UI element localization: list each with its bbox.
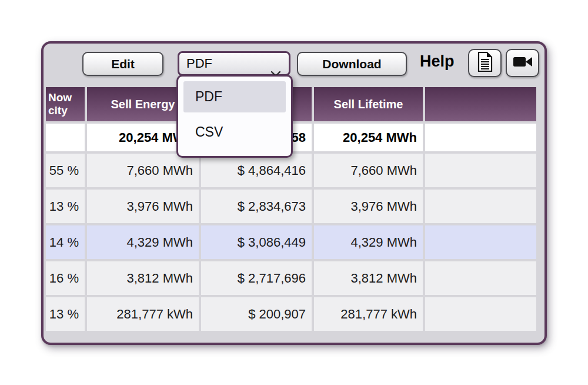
help-video-button[interactable] <box>506 49 539 77</box>
table-area: NowcitySell EnergySell RevenueSell Lifet… <box>44 85 544 343</box>
cell-sell-lifetime: 3,976 MWh <box>314 190 423 223</box>
dropdown-option-pdf[interactable]: PDF <box>183 81 286 112</box>
cell-blank <box>425 190 536 223</box>
cell-sell-lifetime: 4,329 MWh <box>314 225 423 259</box>
cell-capacity: 16 % <box>46 261 85 295</box>
format-dropdown-panel: PDFCSV <box>176 75 293 158</box>
cell-capacity: 13 % <box>46 297 85 331</box>
cell-sell-revenue: $ 4,864,416 <box>201 154 312 187</box>
cell-capacity: 55 % <box>46 154 85 187</box>
cell-sell-revenue: $ 2,717,696 <box>201 261 312 295</box>
cell-sell-revenue: $ 2,834,673 <box>201 190 312 223</box>
cell-sell-energy: 3,976 MWh <box>87 190 199 223</box>
app-window: Edit PDF Download Help <box>41 41 547 345</box>
cell-sell-lifetime: 20,254 MWh <box>314 124 423 151</box>
cell-capacity: 14 % <box>46 225 85 259</box>
cell-sell-lifetime: 7,660 MWh <box>314 154 423 187</box>
download-button[interactable]: Download <box>297 52 407 76</box>
cell-sell-lifetime: 3,812 MWh <box>314 261 423 295</box>
column-header-blank <box>425 87 536 121</box>
table-row[interactable]: 13 %3,976 MWh$ 2,834,6733,976 MWh <box>46 190 536 223</box>
cell-blank <box>425 297 536 331</box>
cell-blank <box>425 124 536 151</box>
cell-blank <box>425 154 536 187</box>
cell-capacity <box>46 124 85 151</box>
toolbar: Edit PDF Download Help <box>44 44 544 85</box>
cell-sell-lifetime: 281,777 kWh <box>314 297 423 331</box>
cell-blank <box>425 225 536 259</box>
table-row[interactable]: 13 %281,777 kWh$ 200,907281,777 kWh <box>46 297 536 331</box>
dropdown-option-csv[interactable]: CSV <box>183 117 286 148</box>
table-row[interactable]: 55 %7,660 MWh$ 4,864,4167,660 MWh <box>46 154 536 187</box>
cell-sell-revenue: $ 200,907 <box>201 297 312 331</box>
table-row[interactable]: 16 %3,812 MWh$ 2,717,6963,812 MWh <box>46 261 536 295</box>
cell-capacity: 13 % <box>46 190 85 223</box>
document-icon <box>477 52 493 74</box>
cell-sell-energy: 3,812 MWh <box>87 261 199 295</box>
cell-blank <box>425 261 536 295</box>
column-header-capacity[interactable]: Nowcity <box>46 87 85 121</box>
edit-button[interactable]: Edit <box>82 52 163 76</box>
cell-sell-energy: 7,660 MWh <box>87 154 199 187</box>
cell-sell-revenue: $ 3,086,449 <box>201 225 312 259</box>
format-select-value: PDF <box>186 56 212 71</box>
cell-sell-energy: 4,329 MWh <box>87 225 199 259</box>
format-select[interactable]: PDF <box>178 51 290 76</box>
help-document-button[interactable] <box>468 49 502 77</box>
table-row[interactable]: 14 %4,329 MWh$ 3,086,4494,329 MWh <box>46 225 536 259</box>
video-camera-icon <box>513 55 533 71</box>
help-label: Help <box>420 52 455 71</box>
cell-sell-energy: 281,777 kWh <box>87 297 199 331</box>
column-header-sell-lifetime[interactable]: Sell Lifetime <box>314 87 423 121</box>
